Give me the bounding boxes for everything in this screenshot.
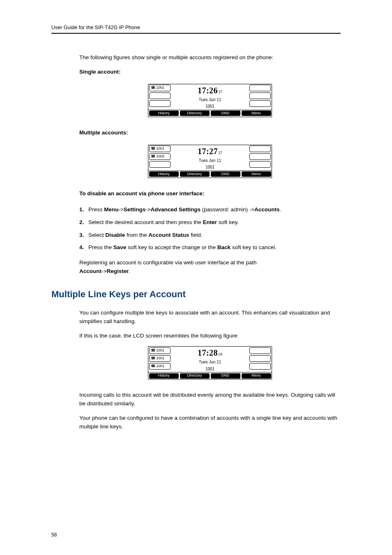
intro-paragraph: The following figures show single or mul… (79, 53, 341, 62)
option-name: Disable (105, 232, 125, 238)
path-sep: -> (101, 268, 106, 274)
softkey-directory: Directory (180, 373, 210, 379)
disable-account-heading: To disable an account via phone user int… (79, 190, 341, 198)
linekey-r2 (249, 92, 271, 99)
linekey-r3 (249, 100, 271, 107)
softkey-history: History (149, 171, 179, 177)
phone-icon: ☎ (151, 348, 155, 354)
softkey-directory: Directory (180, 171, 210, 177)
linekey-r2 (249, 355, 271, 362)
step-text: Select the desired account and then pres… (88, 219, 203, 225)
right-linekeys (249, 84, 272, 110)
path-end: . (129, 268, 130, 274)
step-number: 3. (79, 231, 84, 240)
register-paragraph: Registering an account is configurable v… (79, 259, 341, 276)
step-1: 1. Press Menu->Settings->Advanced Settin… (79, 206, 341, 214)
step-2: 2. Select the desired account and then p… (79, 218, 341, 227)
linekey-r3 (249, 363, 271, 370)
linekey-label: 1001 (156, 348, 164, 354)
right-linekeys (249, 347, 272, 372)
multiple-accounts-label: Multiple accounts: (79, 129, 341, 137)
phone-icon: ☎ (151, 356, 155, 361)
time: 17:26 (198, 84, 218, 97)
menu-path-part: Advanced Settings (151, 206, 201, 213)
step-text: (password: admin) -> (201, 206, 254, 213)
linekey-2 (149, 92, 171, 99)
step-text: field. (189, 232, 202, 238)
center-info: 17:26 37 Tues Jun 11 1001 (171, 84, 249, 110)
left-linekeys: ☎1001 ☎1001 ☎1001 (148, 347, 171, 372)
mlk-para-2: If this is the case, the LCD screen rese… (79, 332, 341, 340)
softkey-menu: Menu (242, 111, 271, 116)
mlk-para-4: Your phone can be configured to have a c… (79, 414, 341, 431)
section-heading: Multiple Line Keys per Account (51, 287, 341, 301)
linekey-r1 (249, 146, 271, 152)
softkey-name: Save (113, 244, 127, 250)
right-linekeys (249, 145, 272, 171)
phone-icon: ☎ (151, 154, 155, 160)
softkey-name: Enter (203, 219, 217, 225)
mlk-para-1: You can configure multiple line keys to … (79, 309, 341, 326)
step-text: soft key to accept the change or the (126, 244, 217, 250)
center-info: 17:28 18 Tues Jun 11 1001 (171, 347, 249, 372)
linekey-label: 1001 (156, 356, 164, 361)
main-content: The following figures show single or mul… (79, 53, 341, 431)
softkey-menu: Menu (242, 373, 271, 379)
linekey-3 (149, 161, 171, 168)
left-linekeys: ☎1001 (148, 84, 171, 110)
softkey-history: History (149, 373, 179, 379)
step-text: soft key. (217, 219, 239, 225)
step-text: Press (88, 206, 104, 213)
step-text: -> (119, 206, 124, 213)
disable-steps: 1. Press Menu->Settings->Advanced Settin… (79, 206, 341, 252)
step-number: 1. (79, 206, 84, 214)
phone-icon: ☎ (151, 146, 155, 152)
softkey-dnd: DND (211, 111, 240, 116)
linekey-1: ☎1001 (149, 347, 171, 354)
softkey-row: History Directory DND Menu (148, 110, 272, 117)
extension: 1001 (205, 103, 214, 110)
seconds: 37 (218, 89, 222, 95)
date: Tues Jun 11 (199, 359, 221, 365)
time: 17:28 (198, 347, 218, 359)
menu-path-part: Accounts (254, 206, 280, 213)
field-name: Account Status (148, 232, 189, 238)
linekey-1: ☎1001 (149, 85, 171, 91)
phone-display-multiple: ☎1001 ☎1002 17:27 37 Tues Jun 11 1001 (148, 145, 272, 178)
seconds: 37 (218, 150, 222, 156)
multiple-accounts-figure: ☎1001 ☎1002 17:27 37 Tues Jun 11 1001 (79, 145, 341, 178)
phone-display-single: ☎1001 17:26 37 Tues Jun 11 1001 (148, 84, 272, 117)
softkey-menu: Menu (242, 171, 271, 177)
seconds: 18 (218, 351, 222, 358)
step-text: from the (125, 232, 148, 238)
linekey-r1 (249, 85, 271, 91)
softkey-name: Back (217, 244, 231, 250)
mlk-para-3: Incoming calls to this account will be d… (79, 391, 341, 408)
step-text: . (280, 206, 281, 213)
step-text: Select (88, 232, 105, 238)
path-part: Register (106, 268, 129, 274)
linekey-3 (149, 100, 171, 107)
center-info: 17:27 37 Tues Jun 11 1001 (171, 145, 249, 171)
softkey-row: History Directory DND Menu (148, 372, 272, 379)
single-account-label: Single account: (79, 68, 341, 76)
page-number: 58 (51, 532, 57, 538)
softkey-dnd: DND (211, 171, 240, 177)
linekey-r1 (249, 347, 271, 354)
menu-path-part: Settings (124, 206, 145, 213)
phone-display-mlk: ☎1001 ☎1001 ☎1001 17:28 18 Tues Jun 11 1… (148, 346, 272, 379)
linekey-2: ☎1002 (149, 153, 171, 160)
linekey-label: 1001 (156, 85, 164, 91)
extension: 1001 (205, 164, 214, 171)
menu-path-part: Menu (104, 206, 118, 213)
time: 17:27 (198, 145, 218, 158)
left-linekeys: ☎1001 ☎1002 (148, 145, 171, 171)
step-text: -> (145, 206, 150, 213)
softkey-directory: Directory (180, 111, 210, 116)
softkey-row: History Directory DND Menu (148, 171, 272, 178)
phone-icon: ☎ (151, 85, 155, 91)
step-text: soft key to cancel. (231, 244, 277, 250)
step-number: 4. (79, 243, 84, 252)
linekey-2: ☎1001 (149, 355, 171, 362)
register-text: Registering an account is configurable v… (79, 259, 257, 266)
